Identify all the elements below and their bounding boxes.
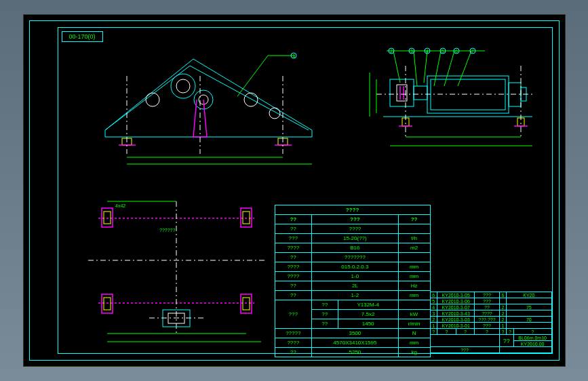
spec-cell: ??? [275,300,312,329]
svg-rect-65 [243,298,250,310]
spec-cell: 15-20(??) [312,234,399,243]
svg-rect-58 [102,208,113,227]
svg-point-16 [291,53,296,58]
spec-cell: Hz [398,281,430,291]
svg-line-40 [458,51,471,86]
tb-scale: ??? [430,347,499,353]
tb-cell: KY2010-3-06 [437,298,475,304]
svg-line-36 [414,51,417,86]
tb-cell: 1 [499,323,507,329]
spec-cell: 1450 [338,319,398,329]
tb-cell: ??? [475,323,499,329]
tb-cell: 2 [499,317,507,323]
svg-line-14 [237,56,268,96]
svg-rect-63 [243,212,250,224]
svg-rect-26 [402,118,409,126]
spec-cell: ???? [312,224,399,234]
spec-cell: N [398,329,430,338]
svg-point-44 [409,48,414,54]
spec-cell: 1-0 [312,272,399,281]
tb-cell: ???.??? [475,317,499,323]
tb-cell: KY2010-3-01 [437,323,475,329]
tb-cell: ? [437,329,456,335]
spec-cell: kg [398,348,430,357]
spec-cell: ??? [275,234,312,243]
spec-cell: ?? [312,300,338,310]
spec-cell: t/h [398,234,430,243]
cad-viewport[interactable]: 00-170(0) [23,14,566,367]
spec-cell: 015.0.2.0.3 [312,262,399,272]
svg-rect-27 [517,118,524,126]
svg-point-42 [389,48,394,54]
tb-cell: 2 [430,317,437,323]
svg-text:2: 2 [390,49,393,54]
svg-rect-66 [163,310,190,327]
svg-rect-23 [397,85,407,101]
spec-cell: 1-2 [312,291,399,300]
tb-cell: ?? [475,304,499,310]
spec-cell: kW [398,310,430,319]
tb-cell: ? [507,329,514,335]
spec-cell: ???? [275,262,312,272]
svg-rect-64 [104,298,111,310]
spec-cell: ??????? [312,253,399,262]
tb-cell [499,347,551,353]
spec-header: ?? [275,215,312,224]
spec-cell: ?? [312,310,338,319]
spec-cell [398,224,430,234]
svg-rect-24 [414,86,427,100]
tb-cell [499,298,507,304]
spec-cell: m2 [398,243,430,253]
tb-drwno: KY2010.00 [513,341,551,347]
svg-point-0 [171,74,195,98]
tb-cell: 2 [499,304,507,310]
svg-rect-7 [122,138,132,145]
tb-cell: ? [430,329,437,335]
svg-text:6: 6 [455,49,458,54]
tb-cell: 1 [430,323,437,329]
spec-cell: ???? [275,338,312,348]
svg-rect-59 [241,208,252,227]
svg-rect-21 [521,87,526,101]
spec-cell: ???? [275,243,312,253]
tb-cell: ? [499,329,507,335]
svg-text:??????: ?????? [159,228,175,233]
svg-rect-67 [168,313,184,323]
svg-rect-19 [431,79,505,110]
spec-cell: ?? [275,281,312,291]
tb-subtitle: BL06m.0m10 [513,335,551,341]
drawing-label: 00-170(0) [62,31,103,42]
spec-header: ?? [398,215,430,224]
tb-cell: KY2010-3-05 [437,292,475,298]
tb-cell [507,323,551,329]
spec-cell: mm [398,262,430,272]
svg-line-39 [444,51,454,86]
side-elevation-view: 1 [98,49,322,154]
svg-rect-62 [104,212,111,224]
tb-signatures [430,335,499,347]
svg-line-38 [434,51,441,86]
tb-cell: 75 [507,304,551,310]
spec-header: ??? [312,215,399,224]
spec-cell [398,253,430,262]
svg-text:4x42: 4x42 [115,203,125,208]
spec-cell: ?? [312,319,338,329]
tb-cell [507,298,551,304]
svg-rect-20 [509,83,521,106]
tb-cell: KY20 [507,292,551,298]
tb-cell: ? [513,329,551,335]
tb-cell: ? [475,329,499,335]
tb-cell: 3 [430,310,437,317]
spec-cell: ?? [275,291,312,300]
svg-point-48 [440,48,446,54]
svg-point-2 [194,90,213,109]
tb-cell: 2 [499,310,507,317]
svg-line-37 [424,51,427,83]
svg-rect-8 [278,138,288,145]
spec-cell [398,300,430,310]
svg-rect-60 [102,294,113,313]
svg-rect-18 [427,76,509,113]
tb-title: ?? [499,335,513,347]
title-block: 6KY2010-3-05???6KY20 5KY2010-3-06??? 4KY… [430,292,552,353]
tb-cell: 5 [430,298,437,304]
